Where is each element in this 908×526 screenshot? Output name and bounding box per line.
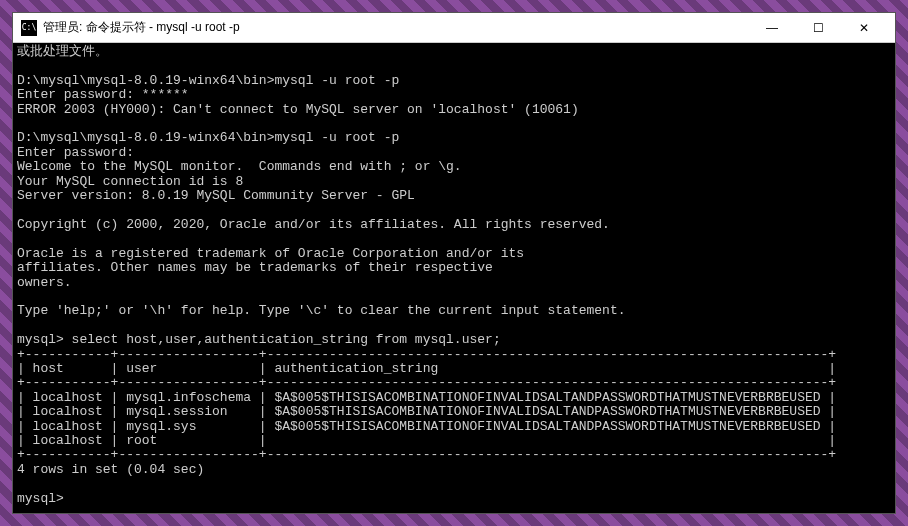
terminal-line: | localhost | mysql.sys | $A$005$THISISA… [17,420,891,434]
terminal-line: | host | user | authentication_string | [17,362,891,376]
terminal-line: Type 'help;' or '\h' for help. Type '\c'… [17,304,891,318]
terminal-line [17,203,891,217]
terminal-line: | localhost | mysql.infoschema | $A$005$… [17,391,891,405]
terminal-line: +-----------+------------------+--------… [17,348,891,362]
terminal-line [17,319,891,333]
cmd-icon: C:\ [21,20,37,36]
terminal-line: 或批处理文件。 [17,45,891,59]
terminal-line: Copyright (c) 2000, 2020, Oracle and/or … [17,218,891,232]
terminal-line: affiliates. Other names may be trademark… [17,261,891,275]
terminal-line: D:\mysql\mysql-8.0.19-winx64\bin>mysql -… [17,131,891,145]
terminal-output[interactable]: 或批处理文件。 D:\mysql\mysql-8.0.19-winx64\bin… [13,43,895,513]
terminal-line [17,232,891,246]
titlebar[interactable]: C:\ 管理员: 命令提示符 - mysql -u root -p — ☐ ✕ [13,13,895,43]
terminal-line: Enter password: [17,146,891,160]
terminal-line: +-----------+------------------+--------… [17,448,891,462]
close-button[interactable]: ✕ [841,14,887,42]
terminal-line: Welcome to the MySQL monitor. Commands e… [17,160,891,174]
command-prompt-window: C:\ 管理员: 命令提示符 - mysql -u root -p — ☐ ✕ … [12,12,896,514]
terminal-line: Server version: 8.0.19 MySQL Community S… [17,189,891,203]
terminal-line: mysql> [17,492,891,506]
terminal-line: owners. [17,276,891,290]
terminal-line [17,117,891,131]
terminal-line: D:\mysql\mysql-8.0.19-winx64\bin>mysql -… [17,74,891,88]
terminal-line: +-----------+------------------+--------… [17,376,891,390]
terminal-line: 4 rows in set (0.04 sec) [17,463,891,477]
terminal-line: Your MySQL connection id is 8 [17,175,891,189]
window-controls: — ☐ ✕ [749,14,887,42]
terminal-line: Enter password: ****** [17,88,891,102]
terminal-line: ERROR 2003 (HY000): Can't connect to MyS… [17,103,891,117]
terminal-line [17,59,891,73]
terminal-line: | localhost | mysql.session | $A$005$THI… [17,405,891,419]
terminal-line [17,477,891,491]
terminal-line: Oracle is a registered trademark of Orac… [17,247,891,261]
terminal-line: | localhost | root | | [17,434,891,448]
window-title: 管理员: 命令提示符 - mysql -u root -p [43,19,749,36]
minimize-button[interactable]: — [749,14,795,42]
maximize-button[interactable]: ☐ [795,14,841,42]
terminal-line: mysql> select host,user,authentication_s… [17,333,891,347]
cmd-icon-label: C:\ [22,23,36,32]
terminal-line [17,290,891,304]
